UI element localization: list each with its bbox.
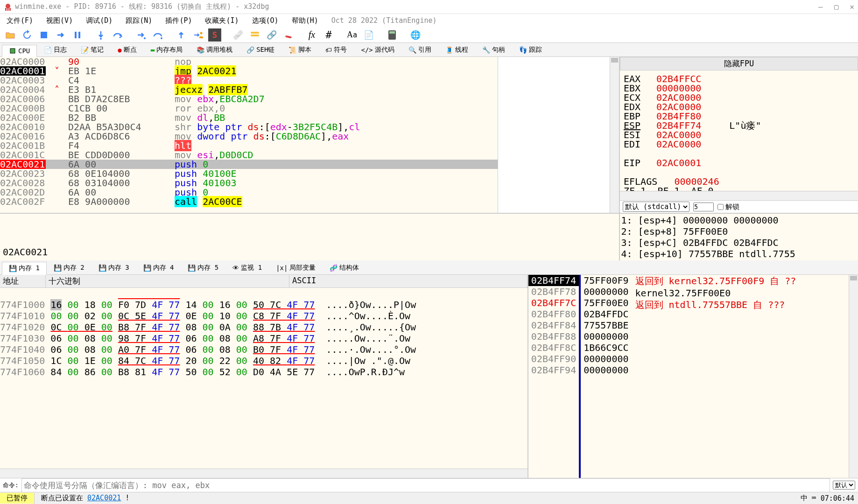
patch-icon[interactable]: 🩹 [232,28,245,42]
functions-icon[interactable]: fx [305,28,318,42]
variables-icon[interactable]: # [322,28,335,42]
open-icon[interactable] [4,28,17,42]
svg-point-7 [100,38,102,40]
tab-mem2[interactable]: 💾内存 2 [47,261,91,274]
tab-log[interactable]: 📄日志 [37,43,74,56]
tab-watch1[interactable]: 👁监视 1 [225,261,269,274]
close-icon[interactable]: ✕ [850,2,854,11]
strings-icon[interactable]: Aa [345,28,359,42]
info-panel: 02AC0021 [0,214,619,260]
restart-icon[interactable] [21,28,34,42]
tab-handles[interactable]: 🔧句柄 [475,43,512,56]
window-title: winmine.exe - PID: 89716 - 线程: 98316 (切换… [15,2,269,11]
calculator-icon[interactable] [386,28,399,42]
menubar: 文件(F) 视图(V) 调试(D) 跟踪(N) 插件(P) 收藏夹(I) 选项(… [0,14,858,27]
svg-point-10 [200,32,203,34]
tab-mem3[interactable]: 💾内存 3 [91,261,136,274]
minimize-icon[interactable]: — [818,2,823,11]
fpu-toggle[interactable]: 隐藏FPU [620,57,858,70]
clock: 07:06:44 [821,494,854,503]
stop-icon[interactable] [37,28,50,42]
tab-breakpoints[interactable]: ●断点 [111,43,143,56]
menu-favorites[interactable]: 收藏夹(I) [205,16,239,25]
tab-source[interactable]: </>源代码 [354,43,401,56]
modules-icon[interactable]: 📄 [362,28,375,42]
tab-script[interactable]: 📜脚本 [281,43,318,56]
disasm-scrollbar[interactable] [610,57,619,213]
app-icon [4,3,12,11]
tab-struct[interactable]: 🧬结构体 [323,261,366,274]
tab-mem1[interactable]: 💾内存 1 [2,262,47,275]
run-icon[interactable] [54,28,67,42]
status-paused: 已暂停 [0,493,35,504]
maximize-icon[interactable]: ▢ [834,2,839,11]
tab-memory-map[interactable]: ▬内存布局 [144,43,190,56]
svg-rect-14 [389,31,395,34]
main-tabbar: CPU 📄日志 📝笔记 ●断点 ▬内存布局 📚调用堆栈 🔗SEH链 📜脚本 🏷符… [0,43,858,57]
ime-indicator[interactable]: 中 ⌨ [801,494,816,503]
step-into-icon[interactable] [94,28,107,42]
status-address-link[interactable]: 02AC0021 [87,494,121,502]
svg-rect-12 [251,35,259,36]
statusbar: 已暂停 断点已设置在 02AC0021 ! 中 ⌨ 07:06:44 [0,492,858,504]
command-mode-select[interactable]: 默认 [833,481,855,490]
tab-symbols[interactable]: 🏷符号 [318,43,354,56]
bookmarks-icon[interactable] [282,28,295,42]
calling-convention-select[interactable]: 默认 (stdcall) [623,202,689,212]
svg-rect-3 [9,8,11,11]
tab-references[interactable]: 🔍引用 [401,43,438,56]
menu-debug[interactable]: 调试(D) [86,16,113,25]
trace-into-icon[interactable] [134,28,148,42]
svg-rect-5 [75,32,77,38]
step-over-icon[interactable] [111,28,124,42]
menu-help[interactable]: 帮助(H) [292,16,318,25]
tab-seh[interactable]: 🔗SEH链 [239,43,281,56]
run-to-user-icon[interactable] [191,28,204,42]
memory-tabbar: 💾内存 1 💾内存 2 💾内存 3 💾内存 4 💾内存 5 👁监视 1 |x|局… [0,260,858,274]
hex-dump[interactable]: 地址 十六进制 ASCII 774F1000 16 00 18 00 F0 7D… [0,275,527,478]
tab-trace[interactable]: 👣跟踪 [512,43,549,56]
col-hex[interactable]: 十六进制 [46,275,289,287]
col-ascii[interactable]: ASCII [289,275,527,287]
tab-notes[interactable]: 📝笔记 [74,43,111,56]
tab-mem5[interactable]: 💾内存 5 [181,261,225,274]
command-bar: 命令: 默认 [0,478,858,492]
svg-point-0 [6,4,10,8]
menu-file[interactable]: 文件(F) [7,16,33,25]
tab-callstack[interactable]: 📚调用堆栈 [190,43,239,56]
tab-mem4[interactable]: 💾内存 4 [136,261,181,274]
tab-cpu[interactable]: CPU [2,45,37,57]
menu-view[interactable]: 视图(V) [46,16,73,25]
pause-icon[interactable] [71,28,84,42]
menu-options[interactable]: 选项(O) [252,16,279,25]
trace-over-icon[interactable] [151,28,164,42]
selected-address: 02AC0021 [3,246,616,258]
labels-icon[interactable]: 🔗 [265,28,278,42]
col-address[interactable]: 地址 [0,275,46,287]
registers-panel[interactable]: 隐藏FPU EAX02B4FFCCEBX00000000ECX02AC0000E… [619,57,858,213]
comments-icon[interactable] [248,28,261,42]
command-input[interactable] [21,478,830,492]
menu-plugins[interactable]: 插件(P) [165,16,192,25]
unlock-checkbox[interactable] [717,204,724,210]
menu-trace[interactable]: 跟踪(N) [126,16,152,25]
tab-threads[interactable]: 🧵线程 [438,43,475,56]
online-icon[interactable]: 🌐 [409,28,422,42]
toolbar: S 🩹 🔗 fx # Aa 📄 🌐 [0,27,858,43]
svg-point-8 [144,37,146,39]
titlebar: winmine.exe - PID: 89716 - 线程: 98316 (切换… [0,0,858,14]
stack-args-panel[interactable]: 1: [esp+4] 00000000 000000002: [esp+8] 7… [619,214,858,260]
build-date: Oct 28 2022 (TitanEngine) [331,16,437,25]
stack-view[interactable]: 02B4FF7402B4FF7802B4FF7C02B4FF8002B4FF84… [527,275,858,478]
svg-rect-15 [10,49,15,53]
svg-rect-6 [78,32,80,38]
svg-rect-4 [41,32,47,38]
tab-locals[interactable]: |x|局部变量 [269,261,323,274]
disassembly-view[interactable]: 02AC000090nop 02AC0001˅EB 1Ejmp 2AC0021 … [0,57,498,213]
svg-rect-1 [5,8,7,11]
arg-count-spinner[interactable] [693,203,714,211]
command-label: 命令: [3,481,19,490]
step-out-icon[interactable] [175,28,188,42]
scylla-icon[interactable]: S [208,28,221,42]
svg-rect-2 [7,8,9,11]
